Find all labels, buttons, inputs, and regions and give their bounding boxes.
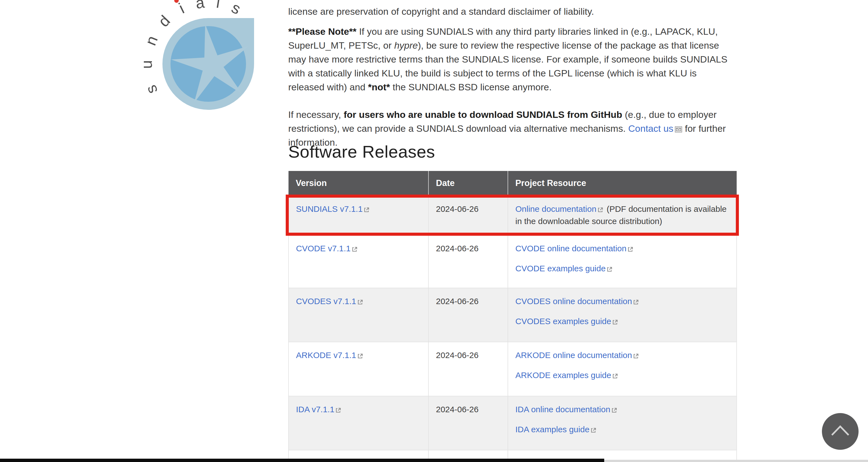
ida-examples-link[interactable]: IDA examples guide xyxy=(515,425,589,434)
contact-bold: for users who are unable to download SUN… xyxy=(344,109,622,120)
external-link-icon xyxy=(335,407,341,413)
cvode-version-link[interactable]: CVODE v7.1.1 xyxy=(296,244,351,253)
cvodes-version-link[interactable]: CVODES v7.1.1 xyxy=(296,297,356,306)
external-link-icon xyxy=(357,299,363,305)
cvodes-docs-link[interactable]: CVODES online documentation xyxy=(515,297,632,306)
releases-table-wrap: Version Date Project Resource SUNDIALS v… xyxy=(288,171,737,462)
svg-text:i: i xyxy=(176,0,187,17)
ida-version-link[interactable]: IDA v7.1.1 xyxy=(296,405,334,414)
clipped-license-line: license are preservation of copyright an… xyxy=(288,4,594,18)
external-link-icon xyxy=(351,246,358,252)
external-link-icon xyxy=(597,207,603,213)
external-link-icon xyxy=(627,246,633,252)
releases-table: Version Date Project Resource SUNDIALS v… xyxy=(288,171,737,462)
external-link-icon xyxy=(590,427,596,433)
svg-text:u: u xyxy=(143,60,155,69)
svg-text:n: n xyxy=(143,33,161,48)
online-documentation-link[interactable]: Online documentation xyxy=(515,204,596,213)
sundials-version-link[interactable]: SUNDIALS v7.1.1 xyxy=(296,204,363,213)
footer-bar xyxy=(0,459,604,462)
contact-text-1: If necessary, xyxy=(288,109,344,120)
resource-cell: ARKODE online documentation ARKODE examp… xyxy=(508,342,737,396)
external-link-icon xyxy=(364,207,370,213)
col-header-date: Date xyxy=(429,171,508,196)
version-cell: CVODE v7.1.1 xyxy=(288,235,429,288)
note-text-3: the SUNDIALS BSD license anymore. xyxy=(390,82,552,92)
sundials-logo: s u n d i a l s xyxy=(143,0,267,114)
table-row-cvode: CVODE v7.1.1 2024-06-26 CVODE online doc… xyxy=(288,235,737,288)
date-cell: 2024-06-26 xyxy=(429,342,508,396)
scroll-to-top-button[interactable] xyxy=(822,413,859,450)
cvode-examples-link[interactable]: CVODE examples guide xyxy=(515,264,606,273)
arkode-examples-link[interactable]: ARKODE examples guide xyxy=(515,371,611,380)
cvode-docs-link[interactable]: CVODE online documentation xyxy=(515,244,626,253)
table-row-arkode: ARKODE v7.1.1 2024-06-26 ARKODE online d… xyxy=(288,342,737,396)
external-link-icon xyxy=(633,353,639,359)
svg-text:s: s xyxy=(229,0,244,18)
resource-cell: Online documentation(PDF documentation i… xyxy=(508,196,737,235)
page: s u n d i a l s license are preservation… xyxy=(0,0,868,462)
note-not-bold: *not* xyxy=(368,82,390,92)
col-header-project-resource: Project Resource xyxy=(508,171,737,196)
external-link-icon xyxy=(612,373,618,379)
svg-text:s: s xyxy=(143,83,161,97)
table-header-row: Version Date Project Resource xyxy=(288,171,737,196)
col-header-version: Version xyxy=(288,171,429,196)
date-cell: 2024-06-26 xyxy=(429,235,508,288)
please-note-bold: **Please Note** xyxy=(288,26,356,37)
svg-text:l: l xyxy=(215,0,221,11)
external-link-icon xyxy=(611,407,617,413)
external-link-icon xyxy=(633,299,639,305)
version-cell: CVODES v7.1.1 xyxy=(288,288,429,342)
table-row-ida: IDA v7.1.1 2024-06-26 IDA online documen… xyxy=(288,396,737,450)
external-link-icon xyxy=(612,319,618,325)
arkode-docs-link[interactable]: ARKODE online documentation xyxy=(515,350,632,360)
cvodes-examples-link[interactable]: CVODES examples guide xyxy=(515,317,611,326)
date-cell: 2024-06-26 xyxy=(429,196,508,235)
external-link-icon xyxy=(607,266,613,272)
ida-docs-link[interactable]: IDA online documentation xyxy=(515,405,610,414)
resource-cell: CVODE online documentation CVODE example… xyxy=(508,235,737,288)
chevron-up-icon xyxy=(822,413,859,450)
footer-bar-light xyxy=(604,460,868,462)
please-note-paragraph: **Please Note** If you are using SUNDIAL… xyxy=(288,25,733,94)
contact-us-link[interactable]: Contact us xyxy=(628,123,674,134)
resource-cell: CVODES online documentation CVODES examp… xyxy=(508,288,737,342)
version-cell: IDA v7.1.1 xyxy=(288,396,429,450)
date-cell: 2024-06-26 xyxy=(429,288,508,342)
note-hypre-italic: hypre xyxy=(394,40,418,51)
table-row-cvodes: CVODES v7.1.1 2024-06-26 CVODES online d… xyxy=(288,288,737,342)
svg-text:a: a xyxy=(194,0,206,12)
arkode-version-link[interactable]: ARKODE v7.1.1 xyxy=(296,350,356,360)
version-cell: ARKODE v7.1.1 xyxy=(288,342,429,396)
resource-cell: IDA online documentation IDA examples gu… xyxy=(508,396,737,450)
svg-text:d: d xyxy=(155,12,173,30)
version-cell: SUNDIALS v7.1.1 xyxy=(288,196,429,235)
page-title: Software Releases xyxy=(288,142,435,162)
date-cell: 2024-06-26 xyxy=(429,396,508,450)
external-link-icon xyxy=(357,353,363,359)
envelope-icon xyxy=(675,126,682,133)
table-row-sundials: SUNDIALS v7.1.1 2024-06-26 Online docume… xyxy=(288,196,737,235)
